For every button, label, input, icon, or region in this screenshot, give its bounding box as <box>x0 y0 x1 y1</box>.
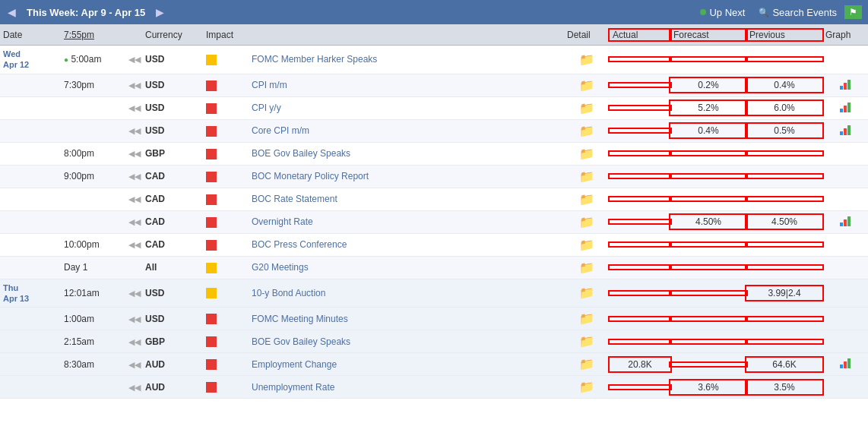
sound-icon[interactable]: ◀◀ <box>128 314 141 323</box>
up-next-label[interactable]: Up Next <box>709 7 745 18</box>
search-events-button[interactable]: 🔍 Search Events <box>751 7 844 18</box>
sound-icon[interactable]: ◀◀ <box>128 149 141 158</box>
sound-icon[interactable]: ◀◀ <box>128 240 141 249</box>
detail-cell[interactable]: 📁 <box>564 333 610 350</box>
event-name[interactable]: Core CPI m/m <box>249 124 564 137</box>
detail-cell[interactable]: 📁 <box>564 145 610 163</box>
graph-cell[interactable] <box>822 152 868 155</box>
date-label: WedApr 12 <box>3 49 29 69</box>
sound-cell[interactable]: ◀◀ <box>125 335 142 349</box>
graph-cell[interactable] <box>822 214 868 230</box>
event-name[interactable]: FOMC Meeting Minutes <box>249 312 564 326</box>
impact-cell <box>203 260 249 275</box>
bar-chart-icon[interactable] <box>840 216 851 226</box>
folder-icon: 📁 <box>579 261 594 274</box>
col-time[interactable]: 7:55pm <box>61 30 125 40</box>
graph-cell[interactable] <box>822 123 868 139</box>
event-name[interactable]: G20 Meetings <box>249 260 564 274</box>
sound-cell[interactable]: ◀◀ <box>125 358 142 371</box>
sound-cell[interactable]: ◀◀ <box>125 380 142 394</box>
sound-cell[interactable]: ◀◀ <box>125 215 142 229</box>
detail-cell[interactable]: 📁 <box>564 378 610 396</box>
bar-chart-icon[interactable] <box>840 79 851 90</box>
table-row: 1:00am ◀◀ USD FOMC Meeting Minutes 📁 <box>0 308 868 330</box>
graph-cell[interactable] <box>822 386 868 389</box>
sound-cell[interactable]: ◀◀ <box>125 52 142 66</box>
bar-chart-icon[interactable] <box>840 125 851 135</box>
bar-chart-icon[interactable] <box>840 358 851 368</box>
bar-chart-icon[interactable] <box>840 102 851 112</box>
graph-cell[interactable] <box>822 77 868 93</box>
event-name[interactable]: 10-y Bond Auction <box>249 286 564 300</box>
event-name[interactable]: CPI m/m <box>249 78 564 92</box>
graph-cell[interactable] <box>822 356 868 372</box>
event-name[interactable]: Unemployment Rate <box>249 380 564 394</box>
detail-cell[interactable]: 📁 <box>564 51 610 68</box>
detail-cell[interactable]: 📁 <box>564 99 610 117</box>
detail-cell[interactable]: 📁 <box>564 77 610 94</box>
sound-icon[interactable]: ◀◀ <box>128 217 141 226</box>
event-name[interactable]: Employment Change <box>249 358 564 371</box>
detail-cell[interactable]: 📁 <box>564 236 610 254</box>
detail-cell[interactable]: 📁 <box>564 122 610 140</box>
previous-cell <box>746 197 822 200</box>
sound-icon[interactable]: ◀◀ <box>128 360 141 369</box>
event-name[interactable]: CPI y/y <box>249 101 564 115</box>
sound-cell[interactable]: ◀◀ <box>125 169 142 183</box>
flag-icon[interactable]: ⚑ <box>844 5 862 19</box>
graph-cell[interactable] <box>822 58 868 61</box>
sound-icon[interactable]: ◀◀ <box>128 383 141 392</box>
table-row: ◀◀ USD CPI y/y 📁 5.2% 6.0% <box>0 97 868 120</box>
col-impact: Impact <box>203 30 249 40</box>
sound-cell[interactable]: ◀◀ <box>125 312 142 326</box>
impact-cell <box>203 380 249 394</box>
sound-icon[interactable]: ◀◀ <box>128 80 141 90</box>
sound-icon[interactable]: ◀◀ <box>128 172 141 181</box>
sound-cell[interactable]: ◀◀ <box>125 286 142 300</box>
graph-cell[interactable] <box>822 340 868 343</box>
time-cell: 8:30am <box>61 358 125 371</box>
sound-cell[interactable]: ◀◀ <box>125 147 142 160</box>
graph-cell[interactable] <box>822 266 868 269</box>
event-name[interactable]: BOC Press Conference <box>249 238 564 251</box>
event-name[interactable]: FOMC Member Harker Speaks <box>249 52 564 66</box>
sound-icon[interactable]: ◀◀ <box>128 126 141 135</box>
graph-cell[interactable] <box>822 317 868 320</box>
sound-icon[interactable]: ◀◀ <box>128 337 141 346</box>
table-row: 8:30am ◀◀ AUD Employment Change 📁 20.8K … <box>0 353 868 376</box>
sound-cell[interactable]: ◀◀ <box>125 192 142 206</box>
graph-cell[interactable] <box>822 197 868 200</box>
graph-cell[interactable] <box>822 292 868 295</box>
sound-cell[interactable]: ◀◀ <box>125 101 142 115</box>
event-name[interactable]: BOE Gov Bailey Speaks <box>249 335 564 349</box>
event-name[interactable]: BOE Gov Bailey Speaks <box>249 147 564 160</box>
sound-cell[interactable]: ◀◀ <box>125 238 142 251</box>
sound-cell[interactable]: ◀◀ <box>125 78 142 92</box>
detail-cell[interactable]: 📁 <box>564 284 610 301</box>
event-name[interactable]: Overnight Rate <box>249 215 564 229</box>
sound-icon[interactable]: ◀◀ <box>128 103 141 112</box>
graph-cell[interactable] <box>822 100 868 116</box>
sound-icon[interactable]: ◀◀ <box>128 289 141 298</box>
graph-cell[interactable] <box>822 243 868 246</box>
previous-cell <box>746 340 822 343</box>
detail-cell[interactable]: 📁 <box>564 168 610 185</box>
sound-cell[interactable]: ◀◀ <box>125 124 142 137</box>
detail-cell[interactable]: 📁 <box>564 191 610 208</box>
sound-icon[interactable]: ◀◀ <box>128 194 141 204</box>
previous-cell <box>746 317 822 320</box>
detail-cell[interactable]: 📁 <box>564 259 610 276</box>
next-arrow[interactable]: ▶ <box>151 5 169 20</box>
prev-arrow[interactable]: ◀ <box>3 5 21 20</box>
graph-cell[interactable] <box>822 175 868 178</box>
detail-cell[interactable]: 📁 <box>564 213 610 231</box>
event-name[interactable]: BOC Rate Statement <box>249 192 564 206</box>
folder-icon: 📁 <box>579 53 594 66</box>
sound-icon[interactable]: ◀◀ <box>128 55 141 64</box>
sound-cell[interactable] <box>125 266 142 269</box>
event-name[interactable]: BOC Monetary Policy Report <box>249 169 564 183</box>
forecast-cell <box>670 175 746 178</box>
date-cell <box>0 128 61 134</box>
detail-cell[interactable]: 📁 <box>564 310 610 327</box>
detail-cell[interactable]: 📁 <box>564 355 610 373</box>
